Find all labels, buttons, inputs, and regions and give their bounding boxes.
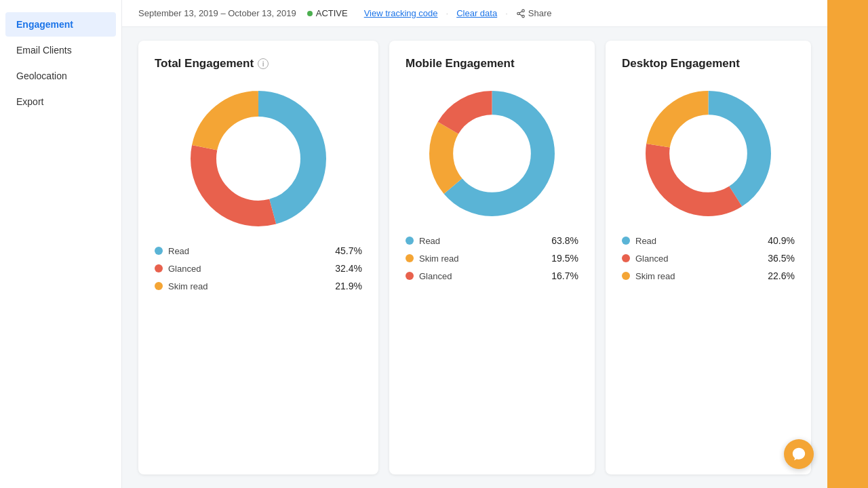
mobile-engagement-card: Mobile Engagement Rea bbox=[389, 41, 595, 474]
legend-item-skim: Skim read 21.9% bbox=[155, 281, 362, 291]
mobile-skim-dot bbox=[406, 254, 414, 262]
total-engagement-title: Total Engagement i bbox=[155, 57, 269, 70]
desktop-donut-svg bbox=[646, 91, 771, 216]
desktop-engagement-card: Desktop Engagement Read 40.9% bbox=[606, 41, 811, 474]
svg-line-4 bbox=[519, 11, 522, 12]
sidebar: Engagement Email Clients Geolocation Exp… bbox=[0, 0, 122, 488]
mobile-read-dot bbox=[406, 237, 414, 245]
status-badge: ACTIVE bbox=[307, 8, 348, 18]
charts-area: Total Engagement i bbox=[122, 27, 827, 488]
clear-data-link[interactable]: Clear data bbox=[456, 8, 497, 18]
legend-item-read: Read 45.7% bbox=[155, 245, 362, 256]
sidebar-item-geolocation[interactable]: Geolocation bbox=[5, 64, 116, 88]
date-range: September 13, 2019 – October 13, 2019 bbox=[138, 8, 296, 18]
desktop-read-dot bbox=[622, 237, 630, 245]
desktop-glanced-dot bbox=[622, 254, 630, 262]
svg-point-0 bbox=[522, 9, 525, 12]
sidebar-item-email-clients[interactable]: Email Clients bbox=[5, 38, 116, 62]
mobile-legend-item-glanced: Glanced 16.7% bbox=[406, 270, 578, 281]
right-panel bbox=[827, 0, 868, 488]
desktop-legend: Read 40.9% Glanced 36.5% Skim read bbox=[622, 235, 795, 288]
total-legend: Read 45.7% Glanced 32.4% Skim read bbox=[155, 245, 362, 298]
chat-icon bbox=[791, 447, 806, 462]
info-icon[interactable]: i bbox=[258, 58, 269, 69]
svg-line-3 bbox=[519, 14, 522, 15]
desktop-legend-item-read: Read 40.9% bbox=[622, 235, 795, 246]
mobile-donut-svg bbox=[429, 91, 555, 216]
chat-fab-button[interactable] bbox=[784, 439, 814, 469]
sidebar-item-engagement[interactable]: Engagement bbox=[5, 12, 116, 37]
skim-dot bbox=[155, 282, 163, 290]
mobile-legend-item-skim: Skim read 19.5% bbox=[406, 253, 578, 264]
svg-point-2 bbox=[522, 15, 525, 18]
mobile-engagement-title: Mobile Engagement bbox=[406, 57, 515, 70]
view-tracking-link[interactable]: View tracking code bbox=[364, 8, 438, 18]
total-engagement-card: Total Engagement i bbox=[138, 41, 378, 474]
share-icon bbox=[516, 9, 526, 18]
desktop-engagement-title: Desktop Engagement bbox=[622, 57, 740, 70]
mobile-donut-chart bbox=[429, 91, 555, 216]
mobile-glanced-dot bbox=[406, 272, 414, 280]
svg-point-1 bbox=[517, 12, 520, 15]
header-actions: View tracking code · Clear data · Share bbox=[364, 8, 552, 18]
mobile-legend: Read 63.8% Skim read 19.5% Glanced bbox=[406, 235, 578, 288]
sidebar-item-export[interactable]: Export bbox=[5, 89, 116, 114]
desktop-skim-dot bbox=[622, 272, 630, 280]
legend-item-glanced: Glanced 32.4% bbox=[155, 263, 362, 274]
read-dot bbox=[155, 247, 163, 255]
total-donut-chart bbox=[191, 91, 326, 226]
share-button[interactable]: Share bbox=[516, 8, 552, 18]
desktop-donut-chart bbox=[646, 91, 771, 216]
total-donut-svg bbox=[191, 91, 326, 226]
desktop-legend-item-skim: Skim read 22.6% bbox=[622, 270, 795, 281]
active-dot bbox=[307, 11, 313, 16]
header-bar: September 13, 2019 – October 13, 2019 AC… bbox=[122, 0, 827, 27]
glanced-dot bbox=[155, 264, 163, 272]
desktop-legend-item-glanced: Glanced 36.5% bbox=[622, 253, 795, 264]
main-content: September 13, 2019 – October 13, 2019 AC… bbox=[122, 0, 827, 488]
mobile-legend-item-read: Read 63.8% bbox=[406, 235, 578, 246]
